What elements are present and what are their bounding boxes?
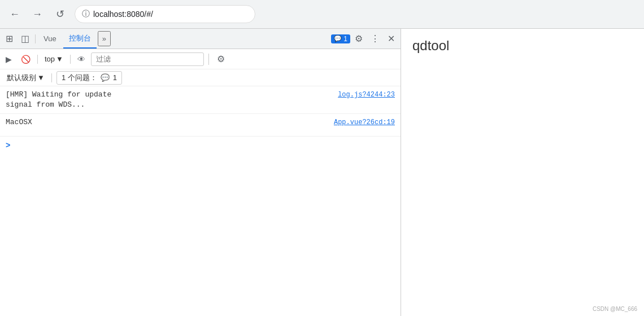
console-msg-0: [HMR] Waiting for update signal from WDS… — [6, 90, 116, 110]
console-msg-1: MacOSX — [6, 117, 32, 128]
toolbar-separator — [37, 55, 38, 64]
eye-icon-btn[interactable]: 👁 — [74, 53, 89, 65]
issues-number: 1 — [113, 73, 117, 82]
issues-separator — [51, 73, 52, 82]
console-row-0: [HMR] Waiting for update signal from WDS… — [0, 86, 401, 114]
console-link-0[interactable]: log.js?4244:23 — [338, 90, 395, 99]
tab-vue[interactable]: Vue — [38, 29, 62, 49]
filter-input[interactable] — [91, 52, 204, 66]
console-output: [HMR] Waiting for update signal from WDS… — [0, 86, 401, 316]
app-title: qdtool — [412, 38, 449, 53]
devtools-gear-icon[interactable]: ⚙ — [351, 31, 366, 46]
badge-count: 1 — [343, 35, 347, 43]
devtools-tabs: ⊞ ◫ Vue 控制台 » 💬 1 ⚙ ⋮ ✕ — [0, 29, 401, 49]
tab-console[interactable]: 控制台 — [63, 29, 97, 49]
issues-text: 1 个问题： — [62, 73, 97, 83]
tab-separator-1 — [35, 34, 36, 43]
url-bar: ⓘ localhost:8080/#/ — [75, 5, 255, 23]
watermark: CSDN @MC_666 — [593, 306, 637, 312]
url-text: localhost:8080/#/ — [93, 10, 153, 19]
tab-more-icon[interactable]: » — [98, 31, 111, 46]
toolbar-separator-2 — [70, 55, 71, 64]
console-prompt-icon: > — [6, 141, 10, 150]
sidebar-icon-btn[interactable]: ▶ — [2, 53, 15, 65]
top-label: top — [45, 55, 55, 63]
devtools-more-options-icon[interactable]: ⋮ — [367, 31, 383, 46]
dropdown-arrow-icon: ▼ — [56, 55, 63, 63]
console-gear-icon-btn[interactable]: ⚙ — [214, 52, 228, 66]
browser-chrome: ← → ↺ ⓘ localhost:8080/#/ — [0, 0, 644, 29]
devtools-close-button[interactable]: ✕ — [384, 31, 398, 46]
vert-separator — [208, 54, 209, 65]
issue-chat-icon: 💬 — [101, 73, 110, 82]
stop-icon-btn[interactable]: 🚫 — [18, 53, 34, 65]
console-row-1: MacOSX App.vue?26cd:19 — [0, 114, 401, 137]
console-prompt-row[interactable]: > — [0, 137, 401, 155]
issues-badge[interactable]: 💬 1 — [331, 34, 350, 43]
info-icon: ⓘ — [82, 9, 90, 19]
top-context-dropdown[interactable]: top ▼ — [41, 53, 67, 65]
panel-icon[interactable]: ◫ — [18, 31, 33, 46]
sidebar-toggle-icon[interactable]: ⊞ — [2, 31, 16, 46]
issues-bar: 默认级别 ▼ 1 个问题： 💬 1 — [0, 69, 401, 86]
devtools-left: ⊞ ◫ Vue 控制台 » 💬 1 ⚙ ⋮ ✕ ▶ 🚫 top ▼ — [0, 29, 401, 316]
address-bar: ← → ↺ ⓘ localhost:8080/#/ — [0, 0, 644, 28]
console-link-1[interactable]: App.vue?26cd:19 — [334, 117, 395, 126]
console-toolbar: ▶ 🚫 top ▼ 👁 ⚙ — [0, 49, 401, 69]
devtools-right-panel: qdtool — [401, 29, 644, 316]
level-label: 默认级别 — [7, 73, 36, 83]
level-dropdown[interactable]: 默认级别 ▼ — [5, 72, 47, 84]
level-arrow-icon: ▼ — [37, 73, 45, 82]
devtools-panel: ⊞ ◫ Vue 控制台 » 💬 1 ⚙ ⋮ ✕ ▶ 🚫 top ▼ — [0, 29, 644, 316]
issues-count-badge[interactable]: 1 个问题： 💬 1 — [56, 71, 122, 85]
forward-button[interactable]: → — [29, 6, 45, 22]
back-button[interactable]: ← — [7, 6, 23, 22]
badge-chat-icon: 💬 — [334, 35, 342, 42]
reload-button[interactable]: ↺ — [52, 6, 68, 22]
